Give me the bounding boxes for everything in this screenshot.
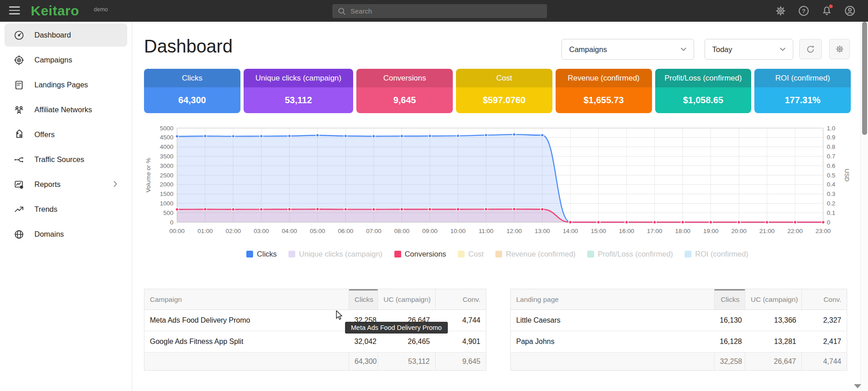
sidebar-item-label: Campaigns <box>34 56 72 64</box>
traffic-icon <box>14 154 24 165</box>
table-row[interactable]: Little Caesars16,13013,3662,327 <box>511 310 847 331</box>
table-cell: Meta Ads Food Delivery Promo <box>144 310 349 331</box>
totals-cell: 9,645 <box>436 353 486 371</box>
legend-swatch <box>685 251 691 257</box>
svg-text:0.4: 0.4 <box>827 181 835 188</box>
svg-text:0.1: 0.1 <box>827 210 835 216</box>
totals-cell: 4,744 <box>802 353 847 371</box>
totals-cell: 26,647 <box>745 353 802 371</box>
svg-text:0.6: 0.6 <box>827 162 835 169</box>
legend-item-unique-clicks-campaign[interactable]: Unique clicks (campaign) <box>288 250 382 258</box>
domains-icon <box>14 229 24 240</box>
stat-card-conversions: Conversions9,645 <box>356 69 453 113</box>
chevron-right-icon <box>113 181 117 187</box>
legend-item-roi-confirmed[interactable]: ROI (confirmed) <box>685 250 748 258</box>
svg-text:08:00: 08:00 <box>394 228 409 234</box>
sidebar-item-trends[interactable]: Trends <box>5 198 127 221</box>
table-row[interactable]: Google Ads Fitness App Split32,04226,465… <box>144 331 486 353</box>
stat-card-value: 53,112 <box>244 87 354 113</box>
legend-label: Conversions <box>405 250 446 258</box>
dashboard-settings-button[interactable] <box>829 39 850 59</box>
legend-item-conversions[interactable]: Conversions <box>394 250 446 258</box>
svg-text:22:00: 22:00 <box>787 228 803 234</box>
stat-card-clicks: Clicks64,300 <box>144 69 240 113</box>
chart-canvas: 5000450040003500300025002000150010005000… <box>144 122 851 240</box>
svg-text:16:00: 16:00 <box>619 228 634 234</box>
sidebar-item-domains[interactable]: Domains <box>5 223 127 246</box>
sidebar-item-affiliate[interactable]: Affiliate Networks <box>5 98 127 121</box>
legend-swatch <box>587 251 594 257</box>
stat-card-label: Clicks <box>144 69 240 87</box>
table-row[interactable]: Papa Johns16,12813,2812,417 <box>511 331 847 353</box>
global-search[interactable] <box>332 4 547 18</box>
row-tooltip: Meta Ads Food Delivery Promo <box>345 322 448 334</box>
svg-text:S: S <box>19 133 22 137</box>
landing-pages-table: Landing pageClicksUC (campaign)Conv.Litt… <box>510 289 847 371</box>
logo-demo-badge: demo <box>94 6 108 13</box>
column-header-clicks[interactable]: Clicks <box>715 289 745 310</box>
table-cell: 2,327 <box>802 310 847 331</box>
legend-swatch <box>495 251 502 257</box>
table-cell: 26,465 <box>378 331 436 353</box>
date-range-select-value: Today <box>712 45 732 54</box>
svg-text:02:00: 02:00 <box>225 228 241 234</box>
scrollbar-thumb[interactable] <box>862 22 867 135</box>
svg-text:1000: 1000 <box>160 200 173 207</box>
notifications-icon[interactable] <box>821 5 832 16</box>
refresh-button[interactable] <box>799 39 822 59</box>
legend-item-cost[interactable]: Cost <box>458 250 484 258</box>
svg-text:09:00: 09:00 <box>422 228 437 234</box>
traffic-chart: 5000450040003500300025002000150010005000… <box>144 122 851 240</box>
sidebar-item-offers[interactable]: SOffers <box>5 123 127 146</box>
table-cell: 32,042 <box>349 331 378 353</box>
scroll-down-arrow[interactable] <box>854 384 861 388</box>
grouping-select[interactable]: Campaigns <box>561 39 694 60</box>
column-header-uc-campaign[interactable]: UC (campaign) <box>745 289 802 310</box>
stat-card-value: $1,058.65 <box>655 87 752 113</box>
help-icon[interactable]: ? <box>798 5 809 16</box>
app-logo[interactable]: Keitaro <box>31 3 79 19</box>
sidebar-item-dashboard[interactable]: Dashboard <box>5 24 127 47</box>
totals-cell <box>144 353 349 371</box>
legend-item-revenue-confirmed[interactable]: Revenue (confirmed) <box>495 250 575 258</box>
page-scrollbar[interactable] <box>860 22 868 391</box>
svg-text:0.2: 0.2 <box>827 200 835 207</box>
svg-text:0.8: 0.8 <box>827 143 835 150</box>
svg-text:05:00: 05:00 <box>310 228 325 234</box>
search-input[interactable] <box>350 7 542 15</box>
menu-toggle-icon[interactable] <box>9 6 20 15</box>
sidebar: DashboardCampaignsLandings PagesAffiliat… <box>0 22 132 391</box>
column-header-uc-campaign[interactable]: UC (campaign) <box>378 289 436 310</box>
sidebar-item-reports[interactable]: Reports <box>5 173 127 196</box>
svg-text:1500: 1500 <box>160 191 173 197</box>
svg-text:04:00: 04:00 <box>282 228 297 234</box>
sidebar-item-landings[interactable]: Landings Pages <box>5 73 127 96</box>
date-range-select[interactable]: Today <box>705 39 793 60</box>
svg-text:00:00: 00:00 <box>169 228 185 234</box>
legend-label: Clicks <box>257 250 277 258</box>
legend-item-clicks[interactable]: Clicks <box>246 250 277 258</box>
svg-text:0.7: 0.7 <box>827 153 835 160</box>
settings-icon[interactable] <box>775 5 786 16</box>
sidebar-item-traffic[interactable]: Traffic Sources <box>5 148 127 171</box>
table-cell: Little Caesars <box>511 310 715 331</box>
svg-text:1.0: 1.0 <box>827 125 835 132</box>
svg-text:06:00: 06:00 <box>338 228 353 234</box>
legend-item-profit-loss-confirmed[interactable]: Profit/Loss (confirmed) <box>587 250 673 258</box>
legend-label: Profit/Loss (confirmed) <box>598 250 673 258</box>
svg-text:3500: 3500 <box>160 153 173 160</box>
stat-card-label: Profit/Loss (confirmed) <box>655 69 752 87</box>
column-header-conv[interactable]: Conv. <box>436 289 486 310</box>
svg-text:15:00: 15:00 <box>591 228 606 234</box>
table-cell: 13,366 <box>745 310 802 331</box>
column-header-clicks[interactable]: Clicks <box>349 289 378 310</box>
sidebar-item-label: Dashboard <box>34 31 71 39</box>
column-header-landing-page[interactable]: Landing page <box>511 289 715 310</box>
svg-text:20:00: 20:00 <box>731 228 747 234</box>
column-header-conv[interactable]: Conv. <box>802 289 847 310</box>
column-header-campaign[interactable]: Campaign <box>144 289 349 310</box>
sidebar-item-campaigns[interactable]: Campaigns <box>5 48 127 72</box>
svg-text:18:00: 18:00 <box>675 228 691 234</box>
account-icon[interactable] <box>844 5 855 16</box>
notification-badge <box>829 5 833 8</box>
